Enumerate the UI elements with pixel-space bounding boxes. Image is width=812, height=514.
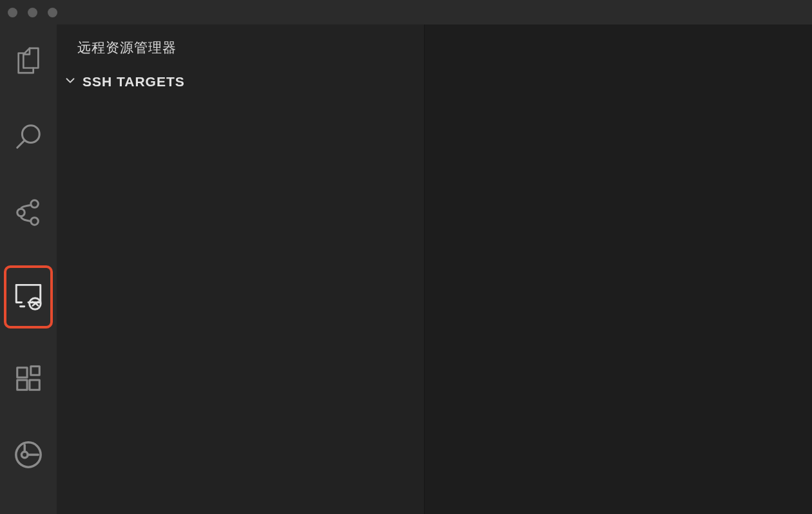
remote-explorer-icon	[12, 280, 44, 314]
ssh-targets-section-header[interactable]: SSH TARGETS	[57, 70, 424, 94]
svg-rect-8	[17, 380, 27, 390]
svg-rect-10	[31, 366, 39, 375]
svg-line-1	[17, 140, 25, 148]
activity-remote-explorer[interactable]	[4, 265, 53, 328]
files-icon	[14, 46, 43, 78]
search-icon	[14, 122, 43, 154]
titlebar	[0, 0, 812, 24]
chevron-down-icon	[63, 73, 77, 90]
svg-rect-9	[30, 380, 39, 390]
activity-gitlens[interactable]	[4, 432, 53, 481]
activity-extensions[interactable]	[4, 356, 53, 405]
editor-area	[424, 24, 812, 514]
source-control-icon	[14, 198, 43, 230]
svg-rect-7	[17, 368, 27, 377]
sidebar-title: 远程资源管理器	[57, 24, 424, 70]
activity-explorer[interactable]	[4, 37, 53, 86]
activitybar	[0, 24, 57, 514]
extensions-icon	[14, 364, 43, 396]
svg-point-2	[31, 200, 38, 208]
activity-search[interactable]	[4, 113, 53, 162]
activity-source-control[interactable]	[4, 189, 53, 238]
section-label: SSH TARGETS	[82, 74, 185, 90]
window-maximize-dot[interactable]	[48, 8, 57, 17]
window-minimize-dot[interactable]	[28, 8, 37, 17]
svg-point-4	[31, 218, 38, 225]
workbench: 远程资源管理器 SSH TARGETS	[0, 24, 812, 514]
svg-point-3	[17, 209, 25, 216]
gitlens-icon	[14, 440, 43, 472]
window-close-dot[interactable]	[8, 8, 17, 17]
sidebar: 远程资源管理器 SSH TARGETS	[57, 24, 424, 514]
